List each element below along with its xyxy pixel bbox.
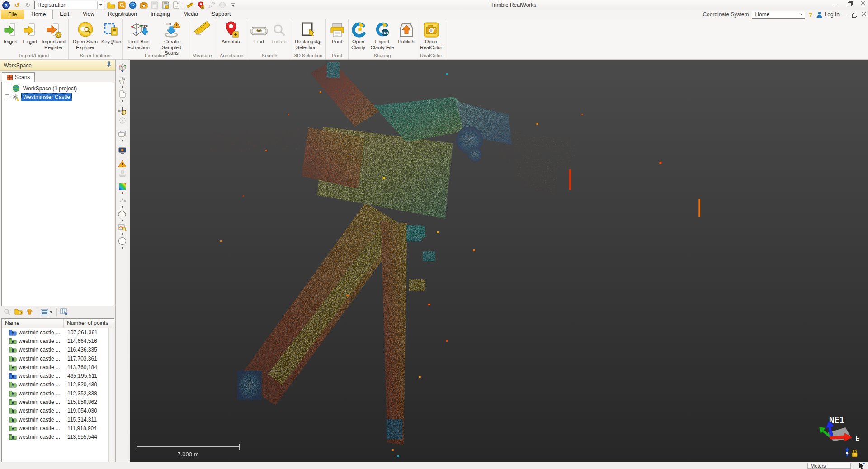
pin-icon[interactable] <box>106 61 112 69</box>
help-icon[interactable]: ? <box>808 11 812 19</box>
tab-media[interactable]: Media <box>177 10 205 19</box>
lock-icon[interactable] <box>851 449 858 457</box>
open-scan-explorer-button[interactable]: Open Scan Explorer <box>70 20 101 50</box>
tab-home[interactable]: Home <box>24 10 53 19</box>
flyout-arrow-icon[interactable] <box>117 192 128 195</box>
save-icon[interactable] <box>150 1 159 9</box>
undo-button[interactable]: ↺ <box>13 1 21 9</box>
move-up-icon[interactable] <box>26 308 33 316</box>
display-settings-icon[interactable] <box>117 129 128 139</box>
locate-button[interactable]: Locate <box>269 20 289 45</box>
redo-button[interactable]: ↻ <box>24 1 32 9</box>
tree-expander-icon[interactable] <box>5 94 9 99</box>
tab-file[interactable]: File <box>1 10 24 19</box>
sphere-tool-icon[interactable] <box>218 1 226 9</box>
tab-imaging[interactable]: Imaging <box>144 10 177 19</box>
open-project-icon[interactable] <box>107 1 115 9</box>
login-button[interactable]: Log In <box>816 11 840 18</box>
tree-item-workspace-root[interactable]: WorkSpace (1 project) <box>2 84 114 93</box>
import-button[interactable]: Import <box>1 20 21 52</box>
cloud-tool-icon[interactable] <box>117 209 128 219</box>
limit-box-extraction-button[interactable]: TZF Limit Box Extraction <box>123 20 155 50</box>
image-match-icon[interactable] <box>117 222 128 232</box>
doc-minimize-button[interactable] <box>843 13 847 17</box>
home-examiner-icon[interactable] <box>117 62 128 72</box>
table-row[interactable]: westmin castle ... 112,352,838 <box>2 389 114 398</box>
table-row[interactable]: westmin castle ... 113,555,544 <box>2 433 114 441</box>
tab-registration[interactable]: Registration <box>101 10 144 19</box>
flyout-arrow-icon[interactable] <box>117 219 128 222</box>
table-row[interactable]: westmin castle ... 113,760,184 <box>2 363 114 371</box>
flyout-arrow-icon[interactable] <box>117 232 128 236</box>
view-mode-icon[interactable] <box>41 309 52 315</box>
print-button[interactable]: Print <box>327 20 347 45</box>
annotate-button[interactable]: Annotate <box>217 20 246 45</box>
minimize-button[interactable] <box>835 1 839 5</box>
table-row[interactable]: westmin castle ... 117,703,361 <box>2 354 114 363</box>
column-header-points[interactable]: Number of points <box>64 319 114 328</box>
flyout-arrow-icon[interactable] <box>117 99 128 103</box>
new-document-icon[interactable] <box>172 1 180 9</box>
scan-table-vscrollbar[interactable] <box>108 328 114 469</box>
publish-button[interactable]: Publish <box>396 20 416 45</box>
table-row[interactable]: westmin castle ... 111,918,904 <box>2 424 114 432</box>
scan-explorer-icon[interactable] <box>118 1 126 9</box>
qat-overflow-button[interactable] <box>229 1 237 9</box>
open-realcolor-button[interactable]: Open RealColor <box>417 20 445 50</box>
selection-mode-icon[interactable] <box>858 462 865 469</box>
realworks-scan-icon[interactable] <box>128 1 137 9</box>
qat-profile-caret[interactable] <box>97 1 104 9</box>
restore-button[interactable] <box>848 1 852 5</box>
table-row[interactable]: westmin castle ... 112,820,430 <box>2 380 114 389</box>
table-row[interactable]: westmin castle ... 119,054,030 <box>2 407 114 415</box>
tab-support[interactable]: Support <box>205 10 237 19</box>
open-clarity-button[interactable]: Open Clarity <box>349 20 368 50</box>
create-sampled-scans-button[interactable]: TZF Create Sampled Scans <box>155 20 189 56</box>
find-button[interactable]: ** Find <box>250 20 269 45</box>
rectangular-selection-button[interactable]: Rectangular Selection <box>291 20 326 51</box>
pan-hand-icon[interactable] <box>117 75 128 85</box>
tab-scans[interactable]: Scans <box>2 72 35 82</box>
snapshot-camera-icon[interactable] <box>139 1 148 9</box>
tree-item-westminster-castle[interactable]: Westminster Castle <box>2 93 114 101</box>
warning-display-icon[interactable] <box>117 159 128 169</box>
add-annotation-icon[interactable] <box>196 1 205 9</box>
close-button[interactable] <box>861 1 865 5</box>
table-row[interactable]: westmin castle ... 107,261,361 <box>2 328 114 337</box>
flyout-arrow-icon[interactable] <box>117 139 128 142</box>
units-indicator[interactable]: Meters <box>807 463 851 469</box>
doc-close-button[interactable] <box>862 12 866 17</box>
qat-profile-combo[interactable]: Registration <box>34 1 104 9</box>
coordinate-system-caret[interactable] <box>798 11 805 18</box>
stamp-tool-icon[interactable] <box>117 169 128 178</box>
table-row[interactable]: westmin castle ... 115,859,862 <box>2 398 114 406</box>
measure-button[interactable] <box>191 20 213 39</box>
point-size-icon[interactable] <box>117 195 128 205</box>
leveling-pin-icon[interactable] <box>844 447 850 457</box>
save-as-icon[interactable] <box>161 1 170 9</box>
table-row[interactable]: westmin castle ... 114,664,516 <box>2 337 114 345</box>
flyout-arrow-icon[interactable] <box>117 85 128 89</box>
column-header-name[interactable]: Name <box>2 319 64 328</box>
orientation-gizmo[interactable]: NE1 E <box>817 415 863 451</box>
limit-sphere-icon[interactable] <box>117 236 128 246</box>
group-folder-icon[interactable] <box>14 308 23 316</box>
table-row[interactable]: westmin castle ... 115,314,311 <box>2 415 114 424</box>
sketch-tool-icon[interactable] <box>207 1 216 9</box>
coordinate-system-combo[interactable]: Home <box>752 11 805 19</box>
doc-restore-button[interactable] <box>852 13 856 17</box>
examine-move-icon[interactable] <box>117 106 128 116</box>
export-button[interactable]: Export <box>21 20 40 52</box>
table-row[interactable]: westmin castle ... 465,195,511 <box>2 371 114 380</box>
table-row[interactable]: westmin castle ... 116,436,335 <box>2 346 114 354</box>
tab-view[interactable]: View <box>76 10 101 19</box>
filter-search-icon[interactable] <box>4 308 11 317</box>
flyout-arrow-icon[interactable] <box>117 205 128 209</box>
page-view-icon[interactable] <box>117 89 128 99</box>
import-and-register-button[interactable]: Import and Register <box>40 20 68 50</box>
viewport-3d[interactable]: 7.000 m NE1 E <box>130 60 868 462</box>
flyout-arrow-icon[interactable] <box>117 246 128 249</box>
segmentation-icon[interactable] <box>117 116 128 126</box>
export-clarity-file-button[interactable]: TDZ Export Clarity File <box>368 20 396 50</box>
export-list-icon[interactable] <box>60 308 67 316</box>
